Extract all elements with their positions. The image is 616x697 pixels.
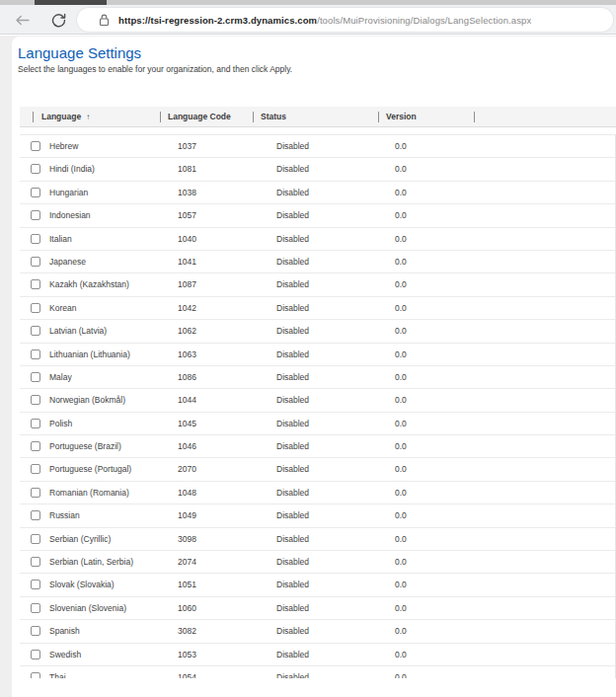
table-row[interactable]: Portuguese (Portugal) 2070 Disabled 0.0 <box>20 458 615 481</box>
partial-row-top[interactable] <box>20 127 616 135</box>
lock-icon[interactable] <box>99 14 110 27</box>
status-cell: Disabled <box>276 389 309 412</box>
row-checkbox[interactable] <box>31 464 40 474</box>
language-cell: Polish <box>49 413 72 435</box>
row-checkbox[interactable] <box>31 279 40 289</box>
table-row[interactable]: Slovak (Slovakia) 1051 Disabled 0.0 <box>20 574 615 596</box>
table-row[interactable]: Norwegian (Bokmål) 1044 Disabled 0.0 <box>20 389 615 412</box>
status-cell: Disabled <box>276 458 309 481</box>
language-code-cell: 1045 <box>178 413 196 435</box>
language-cell: Korean <box>49 297 76 320</box>
table-row[interactable]: Hebrew 1037 Disabled 0.0 <box>20 135 615 158</box>
table-row[interactable]: Serbian (Cyrillic) 3098 Disabled 0.0 <box>20 528 615 551</box>
table-row[interactable]: Swedish 1053 Disabled 0.0 <box>20 644 615 666</box>
row-checkbox[interactable] <box>31 603 40 613</box>
status-cell: Disabled <box>276 297 309 320</box>
table-row[interactable]: Kazakh (Kazakhstan) 1087 Disabled 0.0 <box>20 273 615 296</box>
back-button[interactable] <box>10 5 34 35</box>
column-header-language-code[interactable]: Language Code <box>168 107 231 127</box>
language-code-cell: 1057 <box>178 204 196 227</box>
header-separator <box>253 112 254 122</box>
version-cell: 0.0 <box>395 389 407 412</box>
row-checkbox[interactable] <box>31 580 40 589</box>
row-checkbox[interactable] <box>31 510 40 520</box>
table-row[interactable]: Hindi (India) 1081 Disabled 0.0 <box>20 158 615 181</box>
version-cell: 0.0 <box>395 504 407 527</box>
table-row[interactable]: Hungarian 1038 Disabled 0.0 <box>20 182 615 204</box>
row-checkbox[interactable] <box>31 303 40 313</box>
table-row[interactable]: Portuguese (Brazil) 1046 Disabled 0.0 <box>20 435 615 458</box>
version-cell: 0.0 <box>395 251 407 273</box>
status-cell: Disabled <box>276 158 309 181</box>
language-code-cell: 3098 <box>178 528 196 551</box>
table-row[interactable]: Korean 1042 Disabled 0.0 <box>20 297 615 320</box>
row-checkbox[interactable] <box>31 534 40 544</box>
row-checkbox[interactable] <box>31 257 40 267</box>
dialog-content: Language Settings Select the languages t… <box>12 37 616 697</box>
table-row[interactable]: Malay 1086 Disabled 0.0 <box>20 366 615 389</box>
language-code-cell: 1051 <box>178 574 196 596</box>
version-cell: 0.0 <box>395 366 407 389</box>
table-row[interactable]: Serbian (Latin, Serbia) 2074 Disabled 0.… <box>20 551 615 574</box>
page-background: Language Settings Select the languages t… <box>0 36 616 697</box>
status-cell: Disabled <box>276 251 309 273</box>
language-cell: Norwegian (Bokmål) <box>49 389 125 412</box>
table-body: Hebrew 1037 Disabled 0.0 Hindi (India) 1… <box>20 135 616 678</box>
reload-button[interactable] <box>45 5 71 35</box>
table-row[interactable]: Romanian (Romania) 1048 Disabled 0.0 <box>20 482 615 504</box>
language-cell: Slovak (Slovakia) <box>49 574 115 596</box>
table-row[interactable]: Polish 1045 Disabled 0.0 <box>20 413 615 435</box>
language-code-cell: 1048 <box>178 482 196 504</box>
page-subtitle: Select the languages to enable for your … <box>18 64 292 74</box>
table-row[interactable]: Spanish 3082 Disabled 0.0 <box>20 620 615 643</box>
status-cell: Disabled <box>276 204 309 227</box>
row-checkbox[interactable] <box>31 395 40 405</box>
language-cell: Serbian (Latin, Serbia) <box>49 551 133 574</box>
status-cell: Disabled <box>276 528 309 551</box>
version-cell: 0.0 <box>395 644 407 666</box>
version-cell: 0.0 <box>395 528 407 551</box>
row-checkbox[interactable] <box>31 419 40 428</box>
version-cell: 0.0 <box>395 135 407 158</box>
language-cell: Kazakh (Kazakhstan) <box>49 273 129 296</box>
row-checkbox[interactable] <box>31 557 40 567</box>
row-checkbox[interactable] <box>31 164 40 174</box>
language-code-cell: 1086 <box>178 366 196 389</box>
url-text[interactable]: https://tsi-regression-2.crm3.dynamics.c… <box>118 15 531 26</box>
url-domain: tsi-regression-2.crm3.dynamics.com <box>150 15 317 26</box>
row-checkbox[interactable] <box>31 210 40 220</box>
row-checkbox[interactable] <box>31 372 40 382</box>
row-checkbox[interactable] <box>31 188 40 197</box>
status-cell: Disabled <box>276 574 309 596</box>
status-cell: Disabled <box>276 320 309 343</box>
language-cell: Hindi (India) <box>49 158 95 181</box>
language-code-cell: 1046 <box>178 435 196 458</box>
version-cell: 0.0 <box>395 458 407 481</box>
table-row[interactable]: Japanese 1041 Disabled 0.0 <box>20 251 615 273</box>
row-checkbox[interactable] <box>31 441 40 451</box>
table-row[interactable]: Thai 1054 Disabled 0.0 <box>20 666 615 678</box>
table-row[interactable]: Latvian (Latvia) 1062 Disabled 0.0 <box>20 320 615 343</box>
table-row[interactable]: Italian 1040 Disabled 0.0 <box>20 228 615 251</box>
row-checkbox[interactable] <box>31 141 40 151</box>
row-checkbox[interactable] <box>31 672 40 678</box>
column-header-status[interactable]: Status <box>261 107 286 127</box>
header-separator <box>33 112 34 122</box>
table-row[interactable]: Lithuanian (Lithuania) 1063 Disabled 0.0 <box>20 344 615 366</box>
row-checkbox[interactable] <box>31 234 40 244</box>
table-row[interactable]: Slovenian (Slovenia) 1060 Disabled 0.0 <box>20 597 615 620</box>
column-header-language[interactable]: Language↑ <box>41 107 90 127</box>
language-cell: Hungarian <box>49 182 88 204</box>
row-checkbox[interactable] <box>31 488 40 498</box>
address-bar[interactable]: https://tsi-regression-2.crm3.dynamics.c… <box>77 8 613 32</box>
row-checkbox[interactable] <box>31 326 40 336</box>
row-checkbox[interactable] <box>31 349 40 359</box>
language-cell: Spanish <box>49 620 80 643</box>
table-row[interactable]: Indonesian 1057 Disabled 0.0 <box>20 204 615 227</box>
language-code-cell: 1044 <box>178 389 196 412</box>
table-row[interactable]: Russian 1049 Disabled 0.0 <box>20 504 615 527</box>
row-checkbox[interactable] <box>31 626 40 636</box>
row-checkbox[interactable] <box>31 650 40 659</box>
sort-ascending-icon: ↑ <box>86 113 90 121</box>
column-header-version[interactable]: Version <box>386 107 417 127</box>
